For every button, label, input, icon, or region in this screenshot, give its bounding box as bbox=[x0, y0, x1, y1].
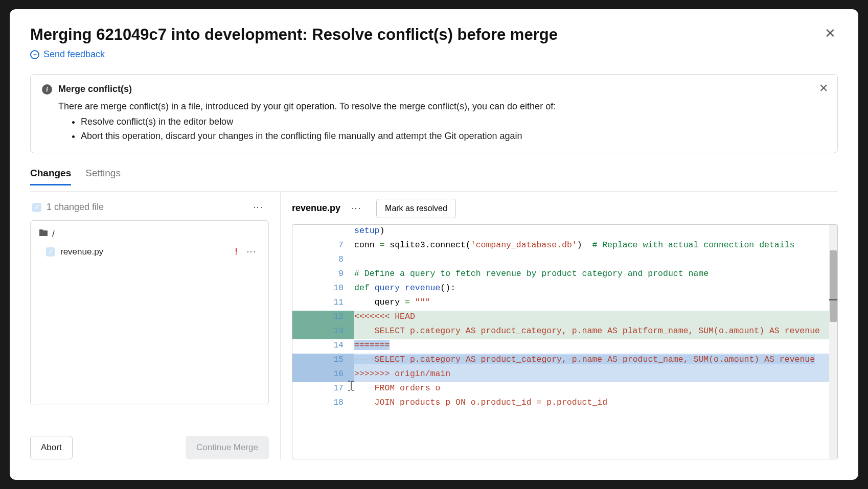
gutter-marker bbox=[292, 397, 317, 411]
code-content[interactable]: query = """ bbox=[354, 296, 837, 311]
code-content[interactable]: # Define a query to fetch revenue by pro… bbox=[354, 268, 837, 282]
editor-file-name: revenue.py bbox=[292, 203, 340, 214]
code-line[interactable]: 18 JOIN products p ON o.product_id = p.p… bbox=[292, 397, 837, 411]
modal-title: Merging 621049c7 into development: Resol… bbox=[30, 25, 558, 45]
folder-icon bbox=[39, 229, 48, 239]
code-content[interactable]: >>>>>>> origin/main bbox=[354, 368, 837, 382]
code-line[interactable]: 13 SELECT p.category AS product_category… bbox=[292, 325, 837, 339]
tab-settings[interactable]: Settings bbox=[85, 168, 121, 185]
info-body: There are merge conflict(s) in a file, i… bbox=[42, 100, 826, 144]
line-number: 18 bbox=[317, 397, 354, 411]
gutter-marker bbox=[292, 354, 317, 368]
gutter-marker bbox=[292, 311, 317, 325]
code-content[interactable] bbox=[354, 253, 837, 268]
code-content[interactable]: JOIN products p ON o.product_id = p.prod… bbox=[354, 397, 837, 411]
code-line[interactable]: 8 bbox=[292, 253, 837, 268]
line-number: 10 bbox=[317, 282, 354, 296]
merge-conflict-modal: Merging 621049c7 into development: Resol… bbox=[10, 9, 858, 480]
scrollbar-thumb[interactable] bbox=[830, 250, 837, 322]
scrollbar-mark bbox=[829, 299, 837, 300]
select-all-checkbox[interactable]: ✓ bbox=[32, 203, 41, 212]
modal-header: Merging 621049c7 into development: Resol… bbox=[30, 25, 838, 45]
file-checkbox[interactable]: ✓ bbox=[46, 247, 55, 257]
line-number: 7 bbox=[317, 239, 354, 253]
line-number: 11 bbox=[317, 296, 354, 311]
feedback-label: Send feedback bbox=[43, 49, 105, 60]
line-number: 9 bbox=[317, 268, 354, 282]
info-title: Merge conflict(s) bbox=[58, 84, 132, 95]
code-content[interactable]: ======= bbox=[354, 339, 837, 354]
close-icon: ✕ bbox=[819, 82, 828, 95]
code-content[interactable]: conn = sqlite3.connect('company_database… bbox=[354, 239, 837, 253]
changes-sidebar: ✓ 1 changed file ⋮ / ✓ revenue. bbox=[30, 192, 281, 459]
info-close-button[interactable]: ✕ bbox=[819, 82, 828, 95]
code-line[interactable]: 11 query = """ bbox=[292, 296, 837, 311]
code-editor[interactable]: setup)7conn = sqlite3.connect('company_d… bbox=[292, 224, 838, 459]
sidebar-menu-button[interactable]: ⋮ bbox=[249, 201, 267, 214]
gutter-marker bbox=[292, 296, 317, 311]
file-tree: / ✓ revenue.py ! ⋮ bbox=[30, 220, 269, 405]
close-icon: ✕ bbox=[825, 26, 836, 41]
merge-conflict-info-box: i Merge conflict(s) ✕ There are merge co… bbox=[30, 74, 838, 153]
editor-pane: revenue.py ⋮ Mark as resolved setup)7con… bbox=[281, 192, 838, 459]
gutter-marker bbox=[292, 325, 317, 339]
tree-file-name: revenue.py bbox=[60, 247, 103, 257]
code-content[interactable]: <<<<<<< HEAD bbox=[354, 311, 837, 325]
info-bullet: Resolve conflict(s) in the editor below bbox=[81, 115, 826, 129]
code-content[interactable]: SELECT p.category AS product_category, p… bbox=[354, 325, 837, 339]
main-area: ✓ 1 changed file ⋮ / ✓ revenue. bbox=[30, 191, 838, 459]
code-line[interactable]: 10def query_revenue(): bbox=[292, 282, 837, 296]
kebab-icon: ⋮ bbox=[253, 203, 263, 212]
line-number: 16 bbox=[317, 368, 354, 382]
gutter-marker bbox=[292, 368, 317, 382]
kebab-icon: ⋮ bbox=[246, 247, 257, 257]
gutter-marker bbox=[292, 239, 317, 253]
line-number: 8 bbox=[317, 253, 354, 268]
editor-scrollbar[interactable] bbox=[829, 225, 837, 459]
line-number: 14 bbox=[317, 339, 354, 354]
info-icon: i bbox=[42, 84, 52, 95]
line-number: 17 bbox=[317, 382, 354, 397]
info-lead-text: There are merge conflict(s) in a file, i… bbox=[58, 100, 826, 114]
code-line[interactable]: 14======= bbox=[292, 339, 837, 354]
line-number: 13 bbox=[317, 325, 354, 339]
gutter-marker bbox=[292, 253, 317, 268]
editor-file-menu-button[interactable]: ⋮ bbox=[348, 202, 365, 215]
sidebar-actions: Abort Continue Merge bbox=[30, 436, 269, 459]
code-line[interactable]: 17 FROM orders o bbox=[292, 382, 837, 397]
gutter-marker bbox=[292, 339, 317, 354]
sidebar-top: ✓ 1 changed file ⋮ bbox=[30, 199, 269, 220]
abort-button[interactable]: Abort bbox=[30, 436, 73, 459]
send-feedback-link[interactable]: ••• Send feedback bbox=[30, 49, 105, 60]
gutter-marker bbox=[292, 282, 317, 296]
tab-changes[interactable]: Changes bbox=[30, 168, 71, 185]
code-content[interactable]: FROM orders o bbox=[354, 382, 837, 397]
code-line[interactable]: 7conn = sqlite3.connect('company_databas… bbox=[292, 239, 837, 253]
kebab-icon: ⋮ bbox=[351, 204, 361, 213]
code-content[interactable]: ····SELECT·p.category·AS·product_categor… bbox=[354, 354, 837, 368]
conflict-indicator-icon: ! bbox=[235, 247, 238, 257]
line-number: 12 bbox=[317, 311, 354, 325]
sidebar-top-left: ✓ 1 changed file bbox=[32, 202, 104, 213]
code-content[interactable]: setup) bbox=[354, 225, 837, 239]
tree-file-row[interactable]: ✓ revenue.py ! ⋮ bbox=[35, 242, 264, 262]
code-line[interactable]: 12<<<<<<< HEAD bbox=[292, 311, 837, 325]
info-box-header: i Merge conflict(s) bbox=[42, 84, 826, 95]
code-line[interactable]: 9# Define a query to fetch revenue by pr… bbox=[292, 268, 837, 282]
info-bullet: Abort this operation, discard your chang… bbox=[81, 129, 826, 144]
close-button[interactable]: ✕ bbox=[823, 25, 838, 42]
code-content[interactable]: def query_revenue(): bbox=[354, 282, 837, 296]
changed-files-label: 1 changed file bbox=[47, 202, 104, 213]
code-line[interactable]: 15····SELECT·p.category·AS·product_categ… bbox=[292, 354, 837, 368]
line-number: 15 bbox=[317, 354, 354, 368]
code-line[interactable]: 16>>>>>>> origin/main bbox=[292, 368, 837, 382]
gutter-marker bbox=[292, 225, 317, 239]
tree-root-row[interactable]: / bbox=[35, 226, 264, 242]
mark-as-resolved-button[interactable]: Mark as resolved bbox=[376, 199, 456, 218]
code-line[interactable]: setup) bbox=[292, 225, 837, 239]
file-menu-button[interactable]: ⋮ bbox=[243, 245, 260, 259]
line-number bbox=[317, 225, 354, 239]
feedback-icon: ••• bbox=[30, 50, 39, 59]
tabs-row: Changes Settings bbox=[30, 168, 838, 186]
continue-merge-button[interactable]: Continue Merge bbox=[186, 436, 269, 459]
